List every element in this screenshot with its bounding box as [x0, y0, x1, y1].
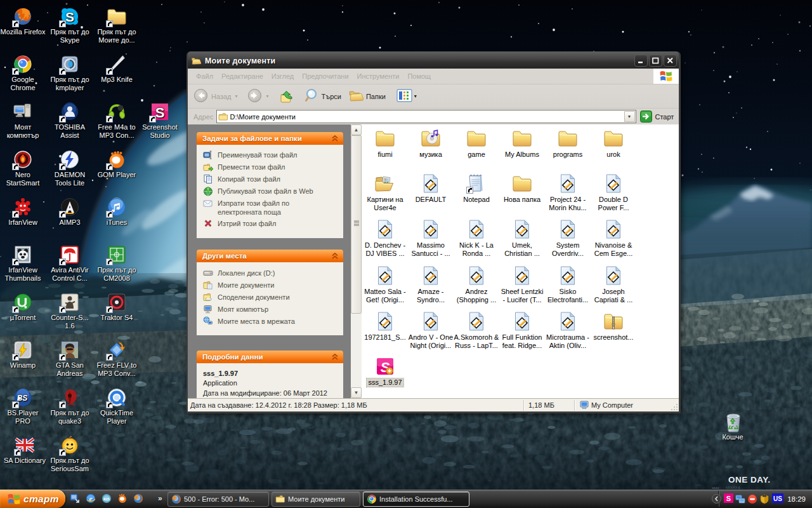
- svg-text:ONE DAY.: ONE DAY.: [728, 475, 771, 485]
- svg-text:KIS: KIS: [103, 497, 110, 501]
- svg-text:S: S: [65, 10, 74, 24]
- svg-text:US: US: [773, 495, 782, 502]
- svg-text:S: S: [155, 105, 165, 121]
- svg-text:S: S: [726, 495, 731, 502]
